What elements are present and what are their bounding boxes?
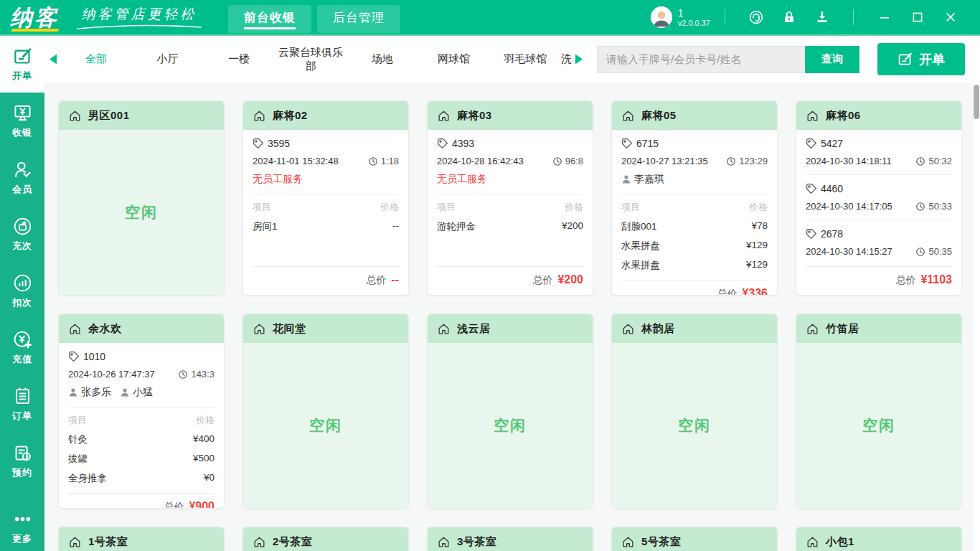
close-button[interactable] (943, 10, 958, 24)
idle-status-label: 空闲 (862, 415, 895, 435)
sidebar-item-more[interactable]: 更多 (0, 504, 44, 551)
elapsed-duration: 143:3 (178, 369, 215, 380)
sidebar-item-orders[interactable]: 订单 (0, 376, 44, 433)
session-time-row: 2024-11-01 15:32:481:18 (253, 156, 399, 166)
category-next-arrow[interactable] (571, 49, 587, 70)
tag-icon (68, 351, 80, 362)
room-card[interactable]: 余水欢10102024-10-26 17:47:37143:3张多乐小猛项目价格… (58, 314, 225, 509)
sidebar-item-label: 收银 (12, 126, 32, 139)
session-tag-row: 1010 (68, 351, 215, 362)
minimize-button[interactable] (877, 10, 892, 24)
room-card-body: 35952024-11-01 15:32:481:18无员工服务项目价格房间1-… (243, 130, 408, 295)
item-row: 拔罐¥500 (68, 453, 215, 466)
room-card-body: 空闲 (612, 343, 777, 508)
item-row: 全身推拿¥0 (68, 472, 215, 485)
tab-back-office[interactable]: 后台管理 (317, 5, 400, 33)
room-card-header: 林韵居 (612, 314, 777, 343)
sidebar-item-pen-board[interactable]: 开单 (0, 36, 44, 93)
session-divider (806, 174, 952, 175)
room-name: 麻将03 (457, 109, 492, 123)
total-divider (437, 266, 583, 267)
room-card-header: 2号茶室 (243, 527, 408, 551)
category-tab[interactable]: 全部 (60, 52, 132, 66)
idle-status-label: 空闲 (494, 415, 527, 435)
tab-front-desk[interactable]: 前台收银 (228, 5, 311, 33)
total-value: ¥900 (189, 500, 215, 509)
room-card-header: 竹笛居 (796, 314, 961, 343)
category-tab[interactable]: 网球馆 (418, 52, 490, 66)
room-card[interactable]: 竹笛居空闲 (796, 314, 962, 509)
room-name: 浅云居 (457, 322, 491, 336)
category-tab[interactable]: 云聚台球俱乐部 (275, 46, 347, 73)
open-order-button[interactable]: 开单 (877, 43, 965, 75)
sidebar-item-label: 订单 (12, 410, 32, 423)
room-name: 5号茶室 (641, 535, 681, 549)
category-tab[interactable]: 羽毛球馆 (489, 52, 561, 66)
orders-list-icon (13, 387, 32, 406)
download-icon[interactable] (814, 9, 830, 25)
category-prev-arrow[interactable] (44, 49, 60, 70)
search-group: 查询 (597, 46, 859, 73)
elapsed-duration: 1:18 (368, 156, 399, 166)
staff-name: 张多乐 (68, 386, 111, 399)
category-tab[interactable]: 一楼 (203, 52, 275, 66)
items-header-row: 项目价格 (68, 414, 215, 427)
category-tab[interactable]: 小厅 (132, 52, 204, 66)
search-input[interactable] (597, 46, 805, 73)
price-column-label: 价格 (749, 201, 768, 214)
session-time-row: 2024-10-26 17:47:37143:3 (68, 369, 215, 380)
room-card[interactable]: 1号茶室空闲 (58, 527, 225, 551)
maximize-button[interactable] (910, 10, 925, 24)
item-row: 水果拼盘¥129 (621, 259, 768, 272)
logo-text: 纳客 (10, 6, 59, 29)
no-staff-alert: 无员工服务 (253, 173, 399, 186)
room-card[interactable]: 5号茶室空闲 (611, 527, 778, 551)
sidebar-item-recharge-money[interactable]: 充值 (0, 319, 44, 376)
room-card[interactable]: 麻将0235952024-11-01 15:32:481:18无员工服务项目价格… (242, 100, 409, 296)
lock-icon[interactable] (781, 9, 797, 25)
sidebar-item-deduct-times[interactable]: 扣次 (0, 263, 44, 319)
session-tag-row: 6715 (621, 138, 768, 149)
room-card[interactable]: 花间堂空闲 (242, 314, 409, 509)
person-icon (68, 387, 78, 397)
price-column-label: 价格 (565, 201, 583, 214)
room-card[interactable]: 浅云居空闲 (427, 314, 593, 509)
room-card[interactable]: 麻将0343932024-10-28 16:42:4396:8无员工服务项目价格… (427, 100, 593, 296)
tag-icon (806, 138, 817, 149)
sidebar-item-member[interactable]: 会员 (0, 149, 44, 206)
person-icon (120, 387, 130, 397)
elapsed-duration: 123:29 (726, 156, 768, 166)
scrollbar-track[interactable] (973, 83, 980, 551)
home-icon (437, 535, 451, 549)
sidebar-item-recharge-times[interactable]: 充次 (0, 206, 44, 263)
room-card[interactable]: 林韵居空闲 (611, 314, 778, 509)
sidebar-item-cashier[interactable]: 收银 (0, 93, 44, 149)
item-price: ¥400 (193, 433, 215, 446)
home-icon (621, 109, 635, 123)
room-card[interactable]: 2号茶室空闲 (242, 527, 409, 551)
item-price: -- (392, 220, 399, 233)
category-tab[interactable]: 洗 (561, 52, 571, 66)
items-header-row: 项目价格 (253, 201, 399, 214)
scrollbar-thumb[interactable] (974, 85, 979, 119)
items-header-row: 项目价格 (621, 201, 768, 214)
room-card[interactable]: 小包1空闲 (796, 527, 962, 551)
sidebar-item-booking[interactable]: 预约 (0, 433, 44, 489)
room-name: 余水欢 (88, 322, 122, 336)
room-card[interactable]: 麻将0654272024-10-30 14:18:1150:3244602024… (796, 100, 962, 296)
support-icon[interactable] (748, 9, 764, 25)
member-person-icon (13, 160, 32, 179)
clock-icon (552, 156, 562, 166)
total-label: 总价 (532, 274, 552, 287)
search-button[interactable]: 查询 (805, 46, 859, 73)
item-column-label: 项目 (68, 414, 87, 427)
room-card[interactable]: 3号茶室空闲 (427, 527, 593, 551)
topbar-right: 1 v2.0.0.37 (651, 0, 980, 34)
category-tab[interactable]: 场地 (347, 52, 418, 66)
app-window: 纳客 纳客管店更轻松 前台收银后台管理 1 v2.0.0.37 (0, 0, 980, 551)
room-name: 花间堂 (273, 322, 306, 336)
room-card[interactable]: 男区001空闲 (58, 100, 225, 296)
avatar[interactable] (651, 6, 672, 28)
home-icon (621, 322, 635, 336)
room-card[interactable]: 麻将0567152024-10-27 13:21:35123:29李嘉琪项目价格… (611, 100, 778, 296)
